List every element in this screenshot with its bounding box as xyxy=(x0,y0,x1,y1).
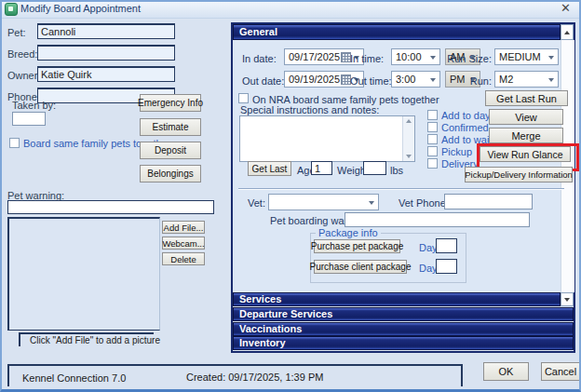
taken-by-field[interactable] xyxy=(12,112,46,126)
add-to-wait-list-checkbox[interactable] xyxy=(427,134,438,144)
pet-picture-box xyxy=(7,217,160,331)
chevron-down-icon xyxy=(430,78,436,82)
scroll-up-button[interactable] xyxy=(561,24,574,40)
out-time-combo[interactable]: 3:00 xyxy=(391,71,440,88)
pet-label: Pet: xyxy=(7,27,26,38)
breed-label: Breed: xyxy=(7,48,37,60)
add-file-button[interactable]: Add File... xyxy=(162,221,205,234)
notes-scrollbar[interactable] xyxy=(402,116,414,161)
pickup-delivery-information-button[interactable]: Pickup/Delivery Information xyxy=(465,167,573,182)
board-family-checkbox[interactable] xyxy=(9,138,20,148)
get-last-button[interactable]: Get Last xyxy=(248,161,291,176)
pet-warning-field[interactable] xyxy=(7,200,214,214)
view-run-glance-button[interactable]: View Run Glance xyxy=(480,146,571,162)
deposit-button[interactable]: Deposit xyxy=(140,142,201,159)
scroll-down-icon xyxy=(406,155,412,158)
in-time-label: In time: xyxy=(350,53,384,64)
picture-caption: Click "Add File" to add a picture xyxy=(19,332,154,346)
confirmed-checkbox[interactable] xyxy=(427,122,438,132)
out-time-label: Out time: xyxy=(350,75,392,87)
purchase-client-package-button[interactable]: Purchase client package xyxy=(314,260,407,274)
add-to-daycare-checkbox[interactable] xyxy=(427,110,438,120)
notes-textarea[interactable] xyxy=(239,115,415,162)
pet-field[interactable] xyxy=(37,23,175,39)
ok-button[interactable]: OK xyxy=(483,362,529,381)
vet-phone-label: Vet Phone: xyxy=(399,197,449,209)
modify-board-appointment-dialog: Modify Board Appointment ✕ Pet: Breed: O… xyxy=(0,0,581,392)
view-button[interactable]: View xyxy=(489,109,563,125)
pickup-label: Pickup xyxy=(441,146,472,157)
section-inventory[interactable]: Inventory xyxy=(233,336,574,350)
app-version-text: Kennel Connection 7.0 xyxy=(22,372,126,384)
chevron-down-icon xyxy=(430,56,436,60)
chevron-down-icon xyxy=(548,78,554,82)
lbs-label: lbs xyxy=(390,165,403,176)
age-field[interactable] xyxy=(311,161,332,175)
scroll-up-icon xyxy=(564,31,570,34)
close-icon[interactable]: ✕ xyxy=(561,2,571,14)
window-title: Modify Board Appointment xyxy=(20,3,141,14)
taken-by-label: Taken by: xyxy=(12,100,56,111)
in-date-label: In date: xyxy=(242,53,277,64)
app-icon xyxy=(5,3,18,16)
scroll-up-icon xyxy=(406,119,412,123)
owner-label: Owner: xyxy=(7,70,40,81)
run-size-label: Run Size: xyxy=(438,53,492,64)
divider xyxy=(238,188,564,190)
delivery-checkbox[interactable] xyxy=(427,158,438,169)
created-timestamp: Created: 09/17/2025, 1:39 PM xyxy=(186,372,323,383)
emergency-info-button[interactable]: Emergency Info xyxy=(140,94,201,112)
vet-phone-field[interactable] xyxy=(444,194,533,210)
scroll-down-button[interactable] xyxy=(561,292,574,306)
notes-label: Special instructions and notes: xyxy=(240,104,379,115)
confirmed-label: Confirmed xyxy=(441,122,489,133)
owner-field[interactable] xyxy=(37,66,175,82)
chevron-down-icon xyxy=(369,201,374,205)
status-bar: Kennel Connection 7.0 Created: 09/17/202… xyxy=(7,364,463,386)
title-bar: Modify Board Appointment ✕ xyxy=(0,0,581,19)
client-days-field[interactable] xyxy=(436,259,457,274)
delete-button[interactable]: Delete xyxy=(162,252,205,265)
section-general[interactable]: General xyxy=(233,24,561,40)
pet-boarding-warning-field[interactable] xyxy=(345,212,530,227)
pickup-checkbox[interactable] xyxy=(427,146,438,156)
estimate-button[interactable]: Estimate xyxy=(140,118,201,136)
section-services[interactable]: Services xyxy=(233,292,561,306)
section-departure-services[interactable]: Departure Services xyxy=(233,307,574,321)
nra-board-checkbox[interactable] xyxy=(238,93,249,103)
run-combo[interactable]: M2 xyxy=(494,71,559,88)
get-last-run-button[interactable]: Get Last Run xyxy=(485,90,568,106)
vet-label: Vet: xyxy=(248,197,265,209)
in-time-combo[interactable]: 10:00 xyxy=(391,48,440,65)
run-label: Run: xyxy=(438,75,492,87)
pet-days-field[interactable] xyxy=(436,238,457,253)
weight-field[interactable] xyxy=(363,161,386,175)
webcam-button[interactable]: Webcam... xyxy=(162,237,205,250)
run-size-combo[interactable]: MEDIUM xyxy=(494,48,559,65)
section-vaccinations[interactable]: Vaccinations xyxy=(233,322,574,336)
purchase-pet-package-button[interactable]: Purchase pet package xyxy=(314,239,400,253)
merge-button[interactable]: Merge xyxy=(489,128,563,143)
cancel-button[interactable]: Cancel xyxy=(541,362,580,381)
chevron-down-icon xyxy=(548,56,554,60)
package-info-title: Package info xyxy=(316,227,381,238)
out-date-label: Out date: xyxy=(242,75,284,87)
belongings-button[interactable]: Belongings xyxy=(140,165,201,182)
breed-field[interactable] xyxy=(37,45,175,61)
scroll-down-icon xyxy=(564,298,570,302)
appointment-panel: General In date: 09/17/2025 In time: 10:… xyxy=(231,22,575,353)
vet-combo[interactable] xyxy=(268,194,379,210)
